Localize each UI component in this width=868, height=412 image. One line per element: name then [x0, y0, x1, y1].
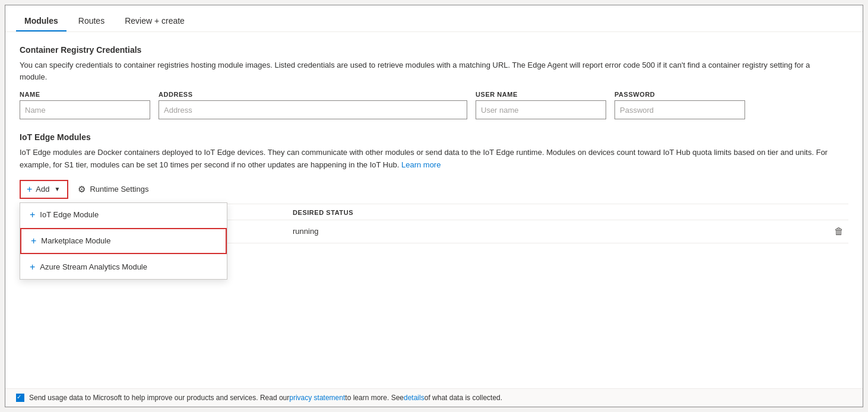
footer-text-middle: to learn more. See	[345, 394, 404, 402]
footer-text-after: of what data is collected.	[425, 394, 502, 402]
runtime-settings-label: Runtime Settings	[90, 185, 148, 194]
add-row: + Add ▼ ⚙ Runtime Settings + IoT Edge Mo…	[20, 180, 848, 199]
container-registry-title: Container Registry Credentials	[20, 45, 848, 55]
registry-fields-row: NAME ADDRESS USER NAME PASSWORD	[20, 91, 848, 119]
add-dropdown: + IoT Edge Module + Marketplace Module +…	[20, 202, 227, 280]
dropdown-item-marketplace-module[interactable]: + Marketplace Module	[20, 228, 227, 254]
address-field-group: ADDRESS	[159, 91, 467, 119]
tab-routes[interactable]: Routes	[70, 11, 113, 31]
delete-row-button[interactable]: 🗑	[829, 226, 848, 237]
address-input[interactable]	[159, 100, 467, 119]
name-input[interactable]	[20, 100, 150, 119]
add-plus-icon: +	[27, 185, 32, 194]
password-input[interactable]	[614, 100, 745, 119]
col-header-status: DESIRED STATUS	[293, 209, 819, 216]
iot-edge-modules-title: IoT Edge Modules	[20, 132, 848, 142]
runtime-settings-button[interactable]: ⚙ Runtime Settings	[78, 180, 148, 199]
col-header-actions	[819, 209, 848, 216]
dropdown-item-label-1: IoT Edge Module	[40, 210, 99, 219]
item-plus-icon-1: +	[30, 210, 35, 220]
gear-icon: ⚙	[78, 184, 85, 195]
footer-bar: Send usage data to Microsoft to help imp…	[5, 388, 863, 407]
name-field-group: NAME	[20, 91, 150, 119]
iot-edge-modules-section: IoT Edge Modules IoT Edge modules are Do…	[20, 132, 848, 243]
container-registry-section: Container Registry Credentials You can s…	[20, 45, 848, 119]
password-field-group: PASSWORD	[614, 91, 745, 119]
tab-modules[interactable]: Modules	[16, 11, 66, 31]
username-field-group: USER NAME	[476, 91, 606, 119]
username-input[interactable]	[476, 100, 606, 119]
dropdown-item-label-3: Azure Stream Analytics Module	[40, 262, 147, 271]
password-label: PASSWORD	[614, 91, 745, 98]
dropdown-item-azure-stream-analytics[interactable]: + Azure Stream Analytics Module	[20, 255, 227, 279]
add-button-label: Add	[36, 185, 49, 194]
usage-data-checkbox[interactable]	[16, 394, 24, 402]
chevron-down-icon: ▼	[54, 186, 60, 192]
iot-edge-modules-description: IoT Edge modules are Docker containers d…	[20, 147, 839, 172]
add-button[interactable]: + Add ▼	[20, 180, 68, 199]
details-link[interactable]: details	[404, 394, 425, 402]
item-plus-icon-3: +	[30, 262, 35, 272]
learn-more-link[interactable]: Learn more	[401, 160, 441, 169]
tabs-bar: Modules Routes Review + create	[5, 5, 863, 32]
container-registry-description: You can specify credentials to container…	[20, 59, 839, 83]
privacy-statement-link[interactable]: privacy statement	[289, 394, 345, 402]
footer-text-before: Send usage data to Microsoft to help imp…	[29, 394, 289, 402]
name-label: NAME	[20, 91, 150, 98]
tab-review-create[interactable]: Review + create	[116, 11, 193, 31]
item-plus-icon-2: +	[31, 236, 36, 246]
row-actions: 🗑	[819, 226, 848, 237]
row-desired-status: running	[293, 227, 819, 236]
address-label: ADDRESS	[159, 91, 467, 98]
username-label: USER NAME	[476, 91, 606, 98]
dropdown-item-iot-edge-module[interactable]: + IoT Edge Module	[20, 203, 227, 227]
dropdown-item-label-2: Marketplace Module	[41, 236, 110, 245]
